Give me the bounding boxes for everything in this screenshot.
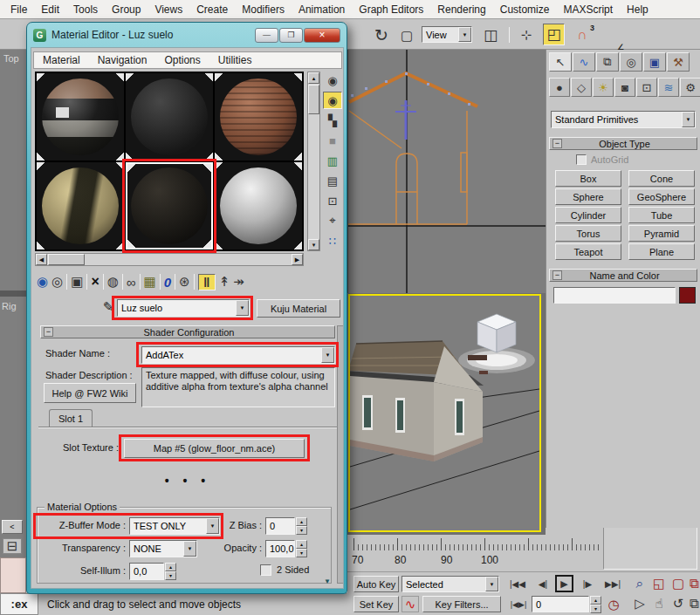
slot1-tab[interactable]: Slot 1 [49, 409, 93, 427]
assign-material-to-selection-icon[interactable]: ▣ [71, 274, 83, 290]
menu-graph-editors[interactable]: Graph Editors [352, 2, 430, 17]
zoom-extents-icon[interactable]: ▢ [669, 575, 687, 592]
cone-button[interactable]: Cone [628, 170, 695, 187]
put-to-library-icon[interactable]: ▦ [144, 274, 156, 290]
menu-views[interactable]: Views [148, 2, 189, 17]
backlight-icon[interactable]: ◉ [323, 92, 342, 109]
torus-button[interactable]: Torus [555, 225, 621, 242]
time-configuration-icon[interactable]: ◷ [605, 596, 622, 612]
make-preview-icon[interactable]: ▤ [323, 172, 342, 189]
menu-edit[interactable]: Edit [34, 2, 66, 17]
tab-hierarchy-icon[interactable]: ⧉ [596, 52, 619, 72]
play-button-icon[interactable]: ▶ [555, 575, 573, 592]
material-map-navigator-icon[interactable]: ∷ [323, 232, 342, 249]
material-editor-titlebar[interactable]: G Material Editor - Luz suelo — ❐ × [27, 23, 347, 47]
collapse-icon[interactable]: − [44, 327, 53, 337]
viewport-splitter[interactable] [0, 290, 26, 297]
current-frame-field[interactable]: 0 [532, 596, 589, 612]
snap-3d-icon[interactable]: ∩3 [572, 25, 593, 44]
menu-material[interactable]: Material [34, 53, 89, 67]
collapse-icon[interactable]: − [552, 270, 562, 280]
chevron-down-icon[interactable]: ▼ [321, 347, 334, 363]
menu-file[interactable]: File [3, 2, 34, 17]
menu-group[interactable]: Group [105, 2, 148, 17]
collapse-icon[interactable]: − [552, 139, 562, 148]
sample-slot[interactable] [37, 162, 124, 249]
material-id-channel-icon[interactable]: 0 [164, 275, 171, 290]
sample-slot[interactable] [126, 73, 213, 161]
samples-vertical-scrollbar[interactable]: ▴ ▾ [307, 72, 320, 251]
tab-modify-icon[interactable]: ∿ [573, 52, 595, 72]
maximize-viewport-toggle-icon[interactable]: ⧉ [689, 595, 699, 612]
menu-help[interactable]: Help [620, 2, 655, 17]
tab-create-icon[interactable]: ↖ [549, 52, 572, 72]
next-frame-icon[interactable]: |▶ [579, 576, 596, 592]
menu-utilities[interactable]: Utilities [209, 53, 261, 67]
geosphere-button[interactable]: GeoSphere [628, 188, 695, 205]
menu-modifiers[interactable]: Modifiers [235, 2, 292, 17]
time-slider-ruler[interactable] [348, 538, 600, 550]
help-fw2-wiki-button[interactable]: Help @ FW2 Wiki [44, 383, 136, 403]
go-to-parent-icon[interactable]: ↟ [219, 274, 230, 290]
tube-button[interactable]: Tube [628, 207, 695, 223]
spin-down-icon[interactable]: ▾ [296, 526, 307, 535]
get-material-icon[interactable]: ◉ [37, 274, 48, 290]
zbias-spinner[interactable]: ▴ ▾ [296, 517, 307, 535]
scrollbar-thumb[interactable] [308, 85, 319, 114]
parameters-scrollbar[interactable] [337, 325, 344, 584]
scroll-down-icon[interactable]: ▾ [308, 239, 319, 250]
chevron-down-icon[interactable]: ▼ [183, 541, 196, 557]
menu-customize[interactable]: Customize [493, 2, 557, 17]
menu-rendering[interactable]: Rendering [430, 2, 492, 17]
scrollbar-thumb[interactable] [48, 254, 85, 265]
scroll-right-icon[interactable]: ▶ [292, 254, 303, 265]
background-icon[interactable]: ▚ [323, 112, 342, 129]
zoom-icon[interactable]: ⌕ [631, 575, 649, 592]
spin-up-icon[interactable]: ▴ [590, 596, 601, 605]
cylinder-button[interactable]: Cylinder [555, 207, 621, 223]
menu-animation[interactable]: Animation [292, 2, 352, 17]
material-name-dropdown[interactable]: Luz suelo ▼ [117, 299, 250, 317]
scroll-up-icon[interactable]: ▴ [308, 72, 319, 84]
material-type-button[interactable]: Kuju Material [257, 299, 340, 318]
selfillum-field[interactable]: 0,0 [129, 563, 164, 580]
selfillum-spinner[interactable]: ▴ ▾ [165, 563, 176, 580]
autogrid-checkbox[interactable] [576, 154, 587, 165]
make-unique-icon[interactable]: ∞ [127, 275, 136, 290]
category-shapes-icon[interactable]: ◇ [571, 78, 592, 97]
show-end-result-icon[interactable]: ‖ [198, 274, 216, 290]
spin-down-icon[interactable]: ▾ [296, 549, 307, 557]
spin-up-icon[interactable]: ▴ [165, 563, 176, 571]
object-type-rollout-header[interactable]: − Object Type [549, 137, 697, 150]
box-button[interactable]: Box [555, 170, 621, 187]
key-mode-toggle-icon[interactable]: |◀▶| [508, 596, 529, 612]
select-by-material-icon[interactable]: ⌖ [323, 212, 342, 229]
use-pivot-center-icon[interactable]: ◫ [481, 25, 500, 44]
key-filters-button[interactable]: Key Filters... [422, 596, 501, 612]
mini-listener-pink-pane[interactable] [0, 557, 26, 593]
object-color-swatch[interactable] [679, 287, 696, 304]
set-key-button[interactable]: Set Key [353, 596, 399, 612]
scroll-left-button[interactable]: < [2, 520, 23, 534]
teapot-button[interactable]: Teapot [555, 243, 621, 260]
maxscript-mini-listener[interactable]: :ex [0, 593, 38, 615]
chevron-down-icon[interactable]: ▼ [206, 518, 219, 534]
chevron-down-icon[interactable]: ▼ [682, 112, 695, 127]
category-cameras-icon[interactable]: ◙ [614, 78, 635, 97]
selection-set-dropdown[interactable]: Selected ▼ [401, 576, 499, 592]
video-color-check-icon[interactable]: ▥ [323, 152, 342, 169]
pick-material-eyedropper-icon[interactable]: ✎ [101, 299, 115, 315]
zoom-extents-all-icon[interactable]: ⧉ [689, 575, 699, 592]
sample-slot[interactable] [215, 73, 302, 161]
menu-navigation[interactable]: Navigation [89, 53, 156, 67]
sample-slot[interactable] [215, 162, 302, 249]
chevron-down-icon[interactable]: ▼ [458, 27, 471, 42]
zbuffer-mode-dropdown[interactable]: TEST ONLY ▼ [129, 517, 220, 535]
scale-icon[interactable]: ▢ [397, 26, 416, 45]
go-to-end-icon[interactable]: ▶▶| [601, 576, 624, 592]
opacity-field[interactable]: 100,0 [265, 540, 295, 557]
tab-motion-icon[interactable]: ◎ [620, 52, 642, 72]
chevron-down-icon[interactable]: ▼ [485, 577, 498, 591]
sample-type-icon[interactable]: ◉ [323, 72, 342, 89]
category-systems-icon[interactable]: ⚙ [680, 78, 700, 97]
